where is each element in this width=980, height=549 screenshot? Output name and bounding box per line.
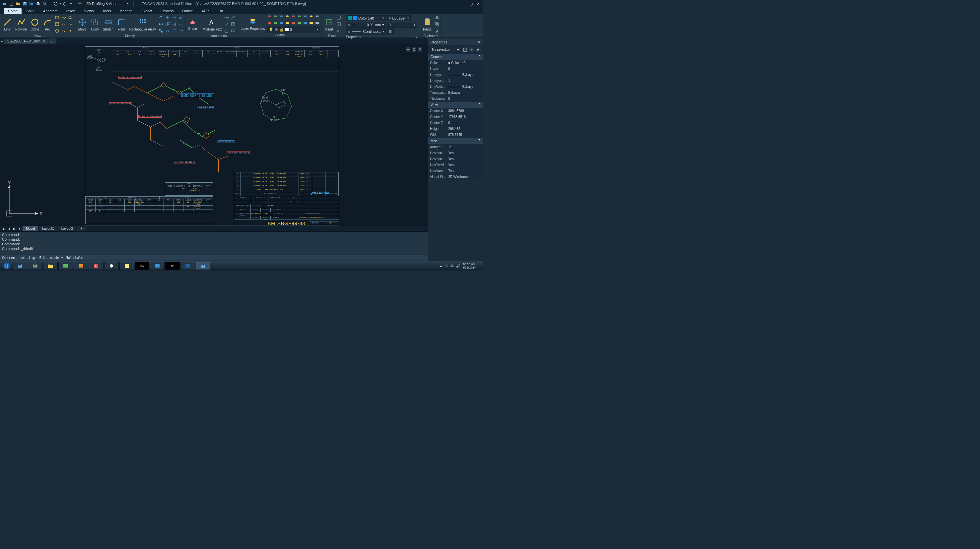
tray-network-icon[interactable]: 🖧 — [450, 264, 454, 268]
tray-volume-icon[interactable]: 🔊 — [456, 264, 460, 268]
tool-dim-linear-icon[interactable] — [224, 14, 229, 21]
tab-collapse-icon[interactable]: ▭ — [216, 8, 227, 14]
transparency-input[interactable]: ▲▼ — [387, 22, 417, 28]
color-selector[interactable]: Color 140 — [346, 15, 386, 21]
qat-undo-icon[interactable] — [53, 1, 57, 6]
properties-close-icon[interactable]: ✕ — [477, 40, 480, 44]
prop-section-view[interactable]: View — [428, 102, 483, 108]
layer-tool-2-icon[interactable] — [273, 21, 278, 26]
taskbar-app3-icon[interactable] — [104, 262, 119, 270]
tab-annotate[interactable]: Annotate — [39, 8, 62, 14]
clipboard-match-icon[interactable] — [434, 28, 440, 34]
tool-insert[interactable]: Insert — [323, 17, 335, 32]
taskbar-pdf-icon[interactable]: A — [89, 262, 103, 270]
tab-insert[interactable]: Insert — [62, 8, 80, 14]
tab-views[interactable]: Views — [80, 8, 97, 14]
tool-lengthen-icon[interactable] — [178, 28, 184, 34]
tool-point-icon[interactable] — [67, 28, 73, 34]
prop-section-misc[interactable]: Misc — [428, 138, 483, 144]
current-layer-selector[interactable]: 💡 ☀ 🔓 0 — [267, 27, 320, 32]
redo-dropdown-icon[interactable] — [70, 3, 72, 4]
tool-mtext[interactable]: AMultiline Text — [201, 17, 223, 32]
layer-state-3-icon[interactable] — [279, 14, 284, 20]
tray-flag-icon[interactable]: ⚐ — [445, 264, 448, 268]
tool-table-icon[interactable] — [230, 21, 236, 27]
layer-tool-8-icon[interactable] — [309, 21, 314, 26]
tool-line[interactable]: Line — [1, 17, 13, 32]
tab-app[interactable]: APP+ — [197, 8, 215, 14]
close-button[interactable]: ✕ — [477, 2, 480, 6]
layout-prev-icon[interactable]: ◀ — [6, 227, 11, 230]
taskbar-explorer-icon[interactable] — [43, 262, 58, 270]
layout-first-icon[interactable]: ▲ — [1, 227, 6, 230]
layout-tab-2[interactable]: Layout2 — [58, 226, 76, 231]
tool-move[interactable]: Move — [76, 17, 88, 32]
tool-align-icon[interactable] — [158, 28, 164, 34]
layer-state-6-icon[interactable] — [297, 14, 302, 20]
selection-dropdown[interactable]: No selection — [430, 47, 461, 52]
minimize-button[interactable]: — — [462, 2, 465, 6]
block-create-icon[interactable] — [336, 14, 342, 21]
taskbar-notes-icon[interactable] — [119, 262, 134, 270]
pipe-tag-main[interactable]: BMD-BGP49-38-105 — [179, 93, 214, 98]
layer-state-1-icon[interactable] — [267, 14, 272, 20]
tool-chamfer-icon[interactable] — [171, 28, 177, 34]
tool-hatch-icon[interactable] — [54, 21, 60, 27]
command-history[interactable]: Command: Command: Command: Command: _dde… — [0, 232, 428, 255]
clipboard-copy-icon[interactable] — [434, 21, 440, 27]
prop-row[interactable]: Color■ Color 140 — [428, 60, 483, 66]
tab-home[interactable]: Home — [4, 8, 22, 14]
tool-revcloud-icon[interactable] — [67, 21, 73, 27]
qat-redo-icon[interactable] — [64, 1, 68, 6]
quick-select-icon[interactable] — [463, 47, 468, 52]
maximize-button[interactable]: ▢ — [469, 2, 473, 6]
tool-join-icon[interactable] — [165, 28, 170, 34]
bylayer-selector[interactable]: ≡ByLayer — [387, 15, 411, 21]
tool-copy[interactable]: Copy — [89, 17, 101, 32]
file-tab-close-icon[interactable]: ✕ — [43, 40, 45, 43]
block-edit-icon[interactable] — [336, 21, 342, 27]
tab-tools[interactable]: Tools — [99, 8, 115, 14]
panel-launcher-icon[interactable]: ↘ — [414, 35, 417, 39]
tool-rotate-icon[interactable] — [158, 14, 164, 21]
lineweight-selector[interactable]: ≡ — [346, 22, 386, 28]
layer-tool-7-icon[interactable] — [303, 21, 308, 26]
command-input[interactable] — [2, 255, 426, 260]
tool-paste[interactable]: Paste — [421, 17, 433, 32]
tool-arc[interactable]: Arc — [41, 17, 53, 32]
workspace-selector[interactable]: 2D Drafting & Annotati... — [84, 2, 131, 6]
tool-ellipse-icon[interactable] — [67, 14, 73, 21]
layout-tab-add[interactable]: + — [77, 226, 86, 231]
props-list-icon[interactable]: ≣ — [387, 29, 394, 35]
tool-fillet[interactable]: Fillet — [115, 17, 127, 32]
tool-polyline[interactable]: Polyline — [14, 17, 28, 32]
show-desktop[interactable] — [478, 262, 480, 270]
layer-state-8-icon[interactable] — [309, 14, 314, 20]
layer-tool-5-icon[interactable] — [291, 21, 296, 26]
tool-dim-angular-icon[interactable] — [224, 28, 229, 34]
tool-leader-icon[interactable] — [230, 14, 236, 21]
tab-online[interactable]: Online — [178, 8, 197, 14]
qat-preview-icon[interactable] — [43, 1, 47, 6]
prop-row[interactable]: UcsPerVi...Yes — [428, 162, 483, 168]
tool-field-icon[interactable] — [230, 28, 236, 34]
tool-layer-properties[interactable]: Layer Properties — [239, 16, 266, 31]
qat-saveall-icon[interactable] — [29, 1, 34, 6]
layer-tool-4-icon[interactable] — [285, 21, 290, 26]
tool-array[interactable]: Rectangular Array — [128, 17, 157, 32]
select-objects-icon[interactable] — [476, 47, 481, 52]
tool-region-icon[interactable] — [61, 21, 67, 27]
taskbar-zwcad-icon[interactable] — [13, 262, 27, 270]
layer-tool-6-icon[interactable] — [297, 21, 302, 26]
viewport-min-icon[interactable]: — — [406, 47, 410, 52]
qat-print-icon[interactable] — [36, 1, 40, 6]
prop-row[interactable]: Center Y17935.6516 — [428, 114, 483, 120]
tool-extend-icon[interactable] — [171, 21, 177, 27]
tool-polygon-icon[interactable] — [54, 28, 60, 34]
taskbar-cmd2-icon[interactable]: C:\ — [165, 262, 180, 270]
tool-donut-icon[interactable] — [61, 28, 67, 34]
taskbar-ie-icon[interactable] — [28, 262, 43, 270]
prop-row[interactable]: Annotat...1:1 — [428, 144, 483, 150]
layer-tool-9-icon[interactable] — [315, 21, 320, 26]
prop-row[interactable]: Center Z0 — [428, 120, 483, 126]
